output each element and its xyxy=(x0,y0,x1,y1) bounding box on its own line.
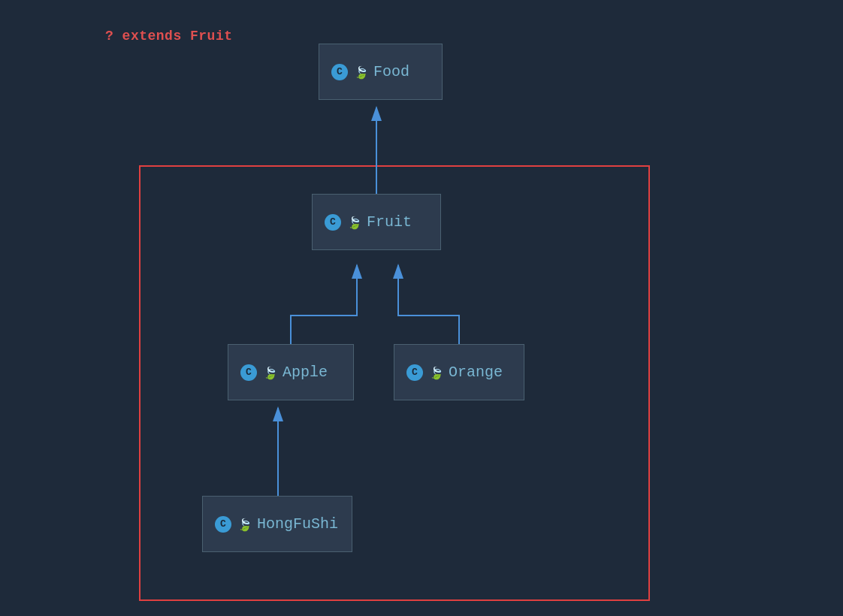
node-label-orange: Orange xyxy=(449,364,503,381)
node-label-hongfushi: HongFuShi xyxy=(257,515,338,533)
leaf-icon-orange: 🍃 xyxy=(429,366,443,379)
leaf-icon-hongfushi: 🍃 xyxy=(237,518,251,531)
node-label-fruit: Fruit xyxy=(367,213,412,231)
class-icon-fruit: C xyxy=(325,214,341,231)
annotation-label: ? extends Fruit xyxy=(105,29,233,44)
class-icon-hongfushi: C xyxy=(215,516,231,533)
node-orange[interactable]: C 🍃 Orange xyxy=(394,344,524,400)
node-food[interactable]: C 🍃 Food xyxy=(319,44,443,100)
node-apple[interactable]: C 🍃 Apple xyxy=(228,344,354,400)
node-hongfushi[interactable]: C 🍃 HongFuShi xyxy=(202,496,352,552)
node-label-apple: Apple xyxy=(283,364,328,381)
class-icon-orange: C xyxy=(406,364,423,381)
leaf-icon-food: 🍃 xyxy=(354,65,367,79)
class-icon-food: C xyxy=(331,64,348,80)
leaf-icon-fruit: 🍃 xyxy=(347,216,361,229)
class-icon-apple: C xyxy=(240,364,257,381)
node-label-food: Food xyxy=(373,63,409,80)
node-fruit[interactable]: C 🍃 Fruit xyxy=(312,194,441,250)
leaf-icon-apple: 🍃 xyxy=(263,366,276,379)
